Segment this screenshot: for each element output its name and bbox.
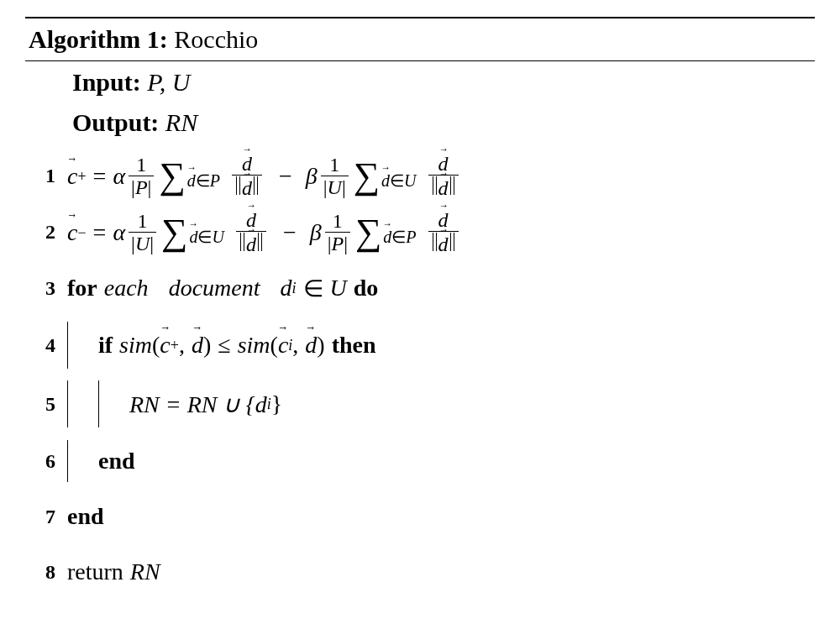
line-number: 6 [25, 450, 67, 473]
algo-line-4: 4 if sim(c+,d) ≤ sim(ci,d) then [25, 322, 815, 369]
algo-line-6: 6 end [25, 439, 815, 483]
line-number: 4 [25, 334, 67, 357]
line-number: 2 [25, 221, 67, 244]
line-number: 5 [25, 393, 67, 416]
alpha-symbol: α [113, 163, 125, 190]
algo-line-3: 3 for each document di ∈ U do [25, 266, 815, 310]
line-content: end [67, 503, 104, 530]
line-content: c+ = α 1|P| ∑d∈P d d − β 1|U| ∑d∈U d d [67, 154, 462, 198]
beta-symbol: β [306, 163, 318, 190]
algo-line-1: 1 c+ = α 1|P| ∑d∈P d d − β 1|U| ∑d∈U d d [25, 154, 815, 198]
line-number: 1 [25, 165, 67, 187]
line-content: c− = α 1|U| ∑d∈U d d − β 1|P| ∑d∈P d d [67, 210, 462, 254]
output-vars: RN [165, 108, 197, 136]
algorithm-label: Algorithm 1: [29, 25, 168, 53]
line-number: 8 [25, 561, 67, 584]
line-content: for each document di ∈ U do [67, 275, 378, 302]
algorithm-header: Algorithm 1: Rocchio [25, 17, 815, 61]
line-content: RN = RN ∪ {di} [67, 380, 282, 427]
algo-line-7: 7 end [25, 495, 815, 538]
line-content: if sim(c+,d) ≤ sim(ci,d) then [67, 322, 376, 369]
input-line: Input: P, U [25, 61, 815, 102]
output-line: Output: RN [25, 102, 815, 142]
algo-line-5: 5 RN = RN ∪ {di} [25, 380, 815, 427]
algorithm-name: Rocchio [174, 25, 258, 53]
line-content: return RN [67, 558, 160, 585]
line-content: end [67, 440, 135, 482]
input-vars: P, U [147, 68, 190, 96]
line-number: 7 [25, 506, 67, 528]
line-number: 3 [25, 277, 67, 300]
input-label: Input: [72, 68, 141, 96]
algo-line-8: 8 return RN [25, 550, 815, 594]
algo-line-2: 2 c− = α 1|U| ∑d∈U d d − β 1|P| ∑d∈P d d [25, 210, 815, 254]
output-label: Output: [72, 108, 159, 136]
